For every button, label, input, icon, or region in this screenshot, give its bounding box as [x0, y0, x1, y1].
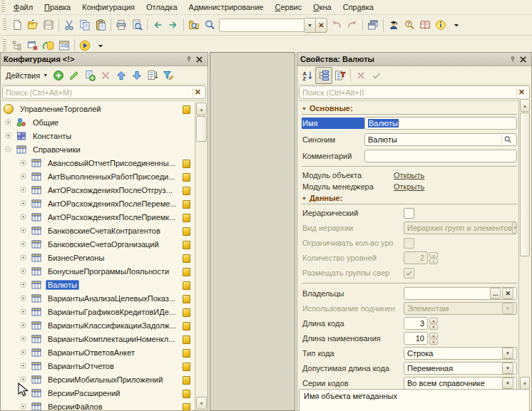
combobox-dropdown-icon[interactable]: ▼: [502, 303, 513, 314]
tree-item[interactable]: ВариантыОтветовАнкет: [1, 345, 195, 359]
scroll-up-icon[interactable]: ▲: [196, 103, 207, 115]
find-in-folder-button[interactable]: [186, 17, 202, 33]
section-collapse-icon[interactable]: ▼: [302, 196, 307, 201]
print-button[interactable]: [113, 17, 129, 33]
property-value-field[interactable]: [364, 150, 517, 162]
tree-item[interactable]: ВариантыОтчетов: [1, 359, 195, 373]
menu-item-administration[interactable]: Администрирование: [183, 0, 270, 14]
expander-plus-icon[interactable]: [19, 186, 27, 194]
expander-plus-icon[interactable]: [19, 254, 27, 261]
move-down-button[interactable]: [129, 68, 145, 83]
window-copy-button[interactable]: [365, 17, 381, 33]
toolbar-grip[interactable]: [3, 19, 6, 31]
tree-item[interactable]: АктОРасхожденияхПослеПриемк...: [1, 210, 195, 224]
tree-item[interactable]: БанковскиеСчетаКонтрагентов: [1, 224, 195, 237]
clear-search-icon[interactable]: ✕: [516, 88, 526, 97]
menu-item-debug[interactable]: Отладка: [140, 0, 183, 14]
expander-plus-icon[interactable]: [19, 281, 27, 288]
menu-item-help[interactable]: Справка: [337, 0, 379, 14]
property-value-field[interactable]: Во всем справочнике▼: [404, 377, 517, 390]
open-button[interactable]: [25, 17, 41, 33]
menu-arrow-button[interactable]: [93, 38, 108, 53]
syntax-help-search-button[interactable]: ?: [401, 17, 417, 33]
expander-plus-icon[interactable]: [19, 294, 27, 302]
menu-item-configuration[interactable]: Конфигурация: [76, 0, 140, 14]
tree-item[interactable]: БизнесРегионы: [1, 251, 195, 264]
menu-arrow-button[interactable]: [449, 17, 464, 33]
toolbar-grip[interactable]: [1, 1, 5, 14]
combobox-dropdown-icon[interactable]: ▼: [502, 363, 513, 374]
start-debug-button[interactable]: [77, 38, 93, 53]
expander-plus-icon[interactable]: [19, 267, 27, 275]
copy-add-button[interactable]: [82, 68, 98, 83]
menu-item-file[interactable]: Файл: [8, 0, 39, 14]
expander-plus-icon[interactable]: [4, 132, 12, 140]
expander-plus-icon[interactable]: [19, 335, 27, 343]
checkbox[interactable]: [404, 208, 414, 219]
spin-down-icon[interactable]: ▼: [429, 339, 438, 345]
spin-down-icon[interactable]: ▼: [429, 324, 438, 330]
expander-plus-icon[interactable]: [19, 213, 27, 221]
properties-search-input[interactable]: Поиск (Ctrl+Alt+I) ✕: [299, 85, 530, 99]
move-up-button[interactable]: [113, 68, 129, 83]
property-value-field[interactable]: 2: [404, 251, 428, 264]
forward-arrow-button[interactable]: [165, 17, 181, 33]
tree-item[interactable]: АктОРасхожденияхПослеОтгруз...: [1, 183, 195, 197]
pin-icon[interactable]: [183, 54, 194, 65]
property-value-field[interactable]: Переменная▼: [404, 362, 517, 375]
property-value-field[interactable]: Строка▼: [404, 347, 517, 360]
scroll-down-icon[interactable]: ▼: [196, 397, 207, 410]
properties-scrollbar[interactable]: ▲ ▼: [518, 98, 531, 390]
sort-list-button[interactable]: [145, 68, 160, 83]
combobox-dropdown-icon[interactable]: ▼: [502, 348, 513, 359]
tree-item[interactable]: АвансовыйОтчетПрисоединенны...: [1, 156, 195, 170]
syntax-helper-book-button[interactable]: [417, 17, 433, 33]
expander-plus-icon[interactable]: [19, 362, 27, 370]
tree-item[interactable]: Справочники: [1, 142, 195, 156]
paste-button[interactable]: [93, 17, 108, 33]
spin-down-icon[interactable]: ▼: [429, 259, 438, 264]
expander-plus-icon[interactable]: [19, 402, 27, 410]
open-module-link[interactable]: Открыть: [394, 182, 424, 191]
configuration-search-input[interactable]: Поиск (Ctrl+Alt+M) ✕: [2, 85, 206, 99]
spin-up-icon[interactable]: ▲: [429, 318, 438, 323]
filter-settings-button[interactable]: [160, 68, 176, 83]
expander-plus-icon[interactable]: [19, 159, 27, 167]
tree-item[interactable]: УправлениеТорговлей: [1, 102, 195, 115]
form-window-button[interactable]: [56, 38, 72, 53]
info-button[interactable]: [433, 17, 449, 33]
expander-plus-icon[interactable]: [19, 308, 27, 316]
open-editor-icon[interactable]: [501, 135, 513, 145]
expander-plus-icon[interactable]: [19, 375, 27, 383]
clear-search-icon[interactable]: ✕: [193, 88, 203, 97]
props-filter-button[interactable]: [332, 68, 348, 83]
expander-plus-icon[interactable]: [19, 321, 27, 329]
add-button[interactable]: [51, 68, 66, 83]
section-collapse-icon[interactable]: ▼: [302, 106, 307, 111]
scroll-thumb[interactable]: [520, 113, 530, 256]
tree-scrollbar[interactable]: ▲ ▼: [195, 102, 208, 410]
expander-plus-icon[interactable]: [19, 240, 27, 248]
expander-plus-icon[interactable]: [19, 172, 27, 180]
tree-item[interactable]: ВариантыКлассификацииЗадолж...: [1, 318, 195, 332]
scroll-up-icon[interactable]: ▲: [520, 99, 530, 112]
combobox-dropdown-icon[interactable]: ▼: [305, 18, 316, 33]
categories-button[interactable]: [315, 67, 332, 84]
combobox-dropdown-icon[interactable]: ▼: [512, 222, 517, 234]
cut-button[interactable]: [61, 17, 77, 33]
close-window-button[interactable]: [25, 38, 41, 53]
menu-item-windows[interactable]: Окна: [307, 0, 337, 14]
combobox-clear-icon[interactable]: ✕: [316, 18, 327, 33]
expander-plus-icon[interactable]: [19, 389, 27, 397]
tree-item[interactable]: Валюты: [1, 278, 195, 291]
tree-item[interactable]: ВариантыГрафиковКредитовИДе...: [1, 305, 195, 318]
actions-menu-button[interactable]: Действия ▼: [3, 68, 51, 83]
checkbox[interactable]: [404, 238, 414, 249]
clear-button[interactable]: ✕: [502, 288, 513, 299]
tree-item[interactable]: ВариантыАнализаЦелевыхПоказ...: [1, 291, 195, 305]
tree-item[interactable]: ВерсииФайлов: [1, 400, 195, 410]
toolbar-grip[interactable]: [3, 39, 6, 52]
expander-plus-icon[interactable]: [19, 227, 27, 234]
expander-plus-icon[interactable]: [19, 199, 27, 207]
property-value-field[interactable]: Валюты: [364, 133, 517, 146]
